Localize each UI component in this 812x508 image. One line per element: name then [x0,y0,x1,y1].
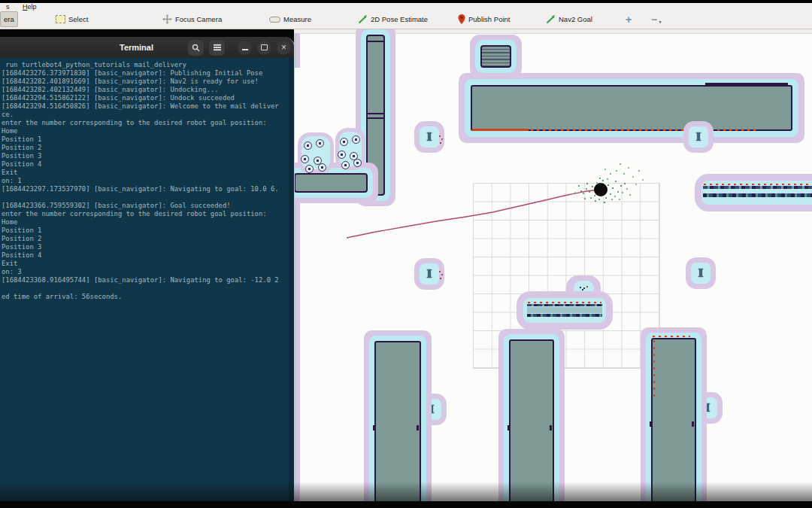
terminal-search-button[interactable] [188,40,204,56]
obstacle-dots [580,287,581,288]
chair-leg [338,151,346,159]
left-wall-inflation [296,33,301,68]
map-pillar: I [422,399,441,420]
terminal-scrollbar[interactable] [289,58,294,502]
terminal-line: Position 1 [2,227,294,235]
nav2-goal-button[interactable]: Nav2 Goal [546,11,592,28]
laser-scan-dots [653,336,690,337]
terminal-line: Home [2,218,294,227]
terminal-line: [1684423294.515862122] [basic_navigator]… [2,94,294,102]
move-cross-icon [162,14,172,24]
terminal-line: Position 4 [2,160,294,169]
focus-camera-button[interactable]: Focus Camera [162,11,222,28]
laser-scan-line [472,129,529,131]
table-joint [692,421,694,427]
laser-scan-dots [528,302,601,303]
minimize-icon [242,49,248,50]
terminal-line [2,193,294,202]
terminal-line: Position 4 [2,251,294,260]
map-long-table [374,341,421,506]
terminal-line: ed time of arrival: 56seconds. [2,293,294,301]
measure-icon [269,17,280,23]
map-pin-icon [458,14,465,24]
table-joint [508,425,510,430]
laser-scan-dots [531,129,756,131]
zoom-out-button[interactable]: −▾ [651,11,657,28]
map-long-table [651,338,696,506]
laser-scan-dots [653,340,655,400]
wall-joint [367,113,384,114]
top-screen-edge [0,0,812,3]
maximize-icon [261,44,268,50]
chair-leg [352,135,360,144]
terminal-close-button[interactable]: × [277,41,291,55]
laser-scan-dots [439,135,441,137]
select-label: Select [68,15,88,23]
terminal-minimize-button[interactable] [238,41,252,55]
table-joint [550,425,552,430]
wall-joint [367,117,384,119]
shelf-edge-noise [527,314,602,317]
rviz-grid [473,183,660,369]
pose-estimate-button[interactable]: 2D Pose Estimate [358,11,428,28]
terminal-line: [1684423294.516450826] [basic_navigator]… [2,102,294,111]
table-joint [373,425,375,430]
terminal-maximize-button[interactable] [257,41,271,55]
scan-edge-navy [705,83,788,86]
terminal-line: run turtlebot4_python_tutorials mail_del… [2,61,294,69]
chair-leg [304,141,312,150]
terminal-line: [1684423282.401891669] [basic_navigator]… [2,78,294,86]
map-pillar: I [689,126,708,148]
search-icon [192,44,200,52]
terminal-window[interactable]: Terminal × [0,37,295,502]
nav2-goal-label: Nav2 Goal [559,15,592,23]
terminal-line [2,284,294,293]
shelf-edge-noise [527,304,602,306]
select-button[interactable]: Select [56,11,88,28]
terminal-line: [1684423282.402132449] [basic_navigator]… [2,86,294,94]
minus-icon: −▾ [651,14,657,25]
left-wall-inflation [296,188,301,501]
terminal-line: Position 3 [2,152,294,160]
chair-leg [353,159,362,167]
shelf-edge-noise [703,186,812,189]
terminal-output: run turtlebot4_python_tutorials mail_del… [0,58,294,502]
wall-joint [367,41,384,42]
menu-bar: s Help [0,3,812,11]
shelf-fill [527,307,602,313]
terminal-line: on: 3 [2,268,294,276]
terminal-menu-button[interactable] [209,40,225,56]
pose-estimate-label: 2D Pose Estimate [371,15,428,23]
publish-point-button[interactable]: Publish Point [458,11,510,28]
chair-leg-cluster [298,132,334,173]
menu-item-panels-partial[interactable]: s [6,3,10,11]
menu-item-help[interactable]: Help [23,3,37,11]
terminal-line: [1684423297.173537970] [basic_navigator]… [2,185,294,193]
chair-leg [318,163,326,172]
terminal-titlebar[interactable]: Terminal × [0,37,294,58]
terminal-line: Exit [2,260,294,268]
measure-label: Measure [283,15,311,23]
move-camera-button[interactable]: era [0,11,18,27]
hamburger-icon [214,47,221,47]
map-wall-vertical [366,35,385,196]
laser-scan-dots [704,184,812,185]
chair-leg [305,165,314,173]
terminal-line: Exit [2,169,294,177]
terminal-line: enter the number corresponding to the de… [2,119,294,127]
close-icon: × [281,43,286,52]
measure-button[interactable]: Measure [269,11,311,28]
map-large-table [471,85,792,131]
terminal-line: Position 3 [2,243,294,251]
focus-camera-label: Focus Camera [175,15,222,23]
terminal-line: [1684423366.759559302] [basic_navigator]… [2,202,294,210]
map-middle-shelf [523,298,606,323]
terminal-line: ce. [2,111,294,119]
shelf-edge-noise [703,193,812,197]
zoom-in-button[interactable]: + [626,11,632,28]
terminal-line: enter the number corresponding to the de… [2,210,294,218]
terminal-line: [1684423368.916495744] [basic_navigator]… [2,276,294,284]
obstacle-inflation-inner [574,281,594,297]
laser-scan-dots [439,271,441,272]
green-arrow-icon [358,14,368,24]
